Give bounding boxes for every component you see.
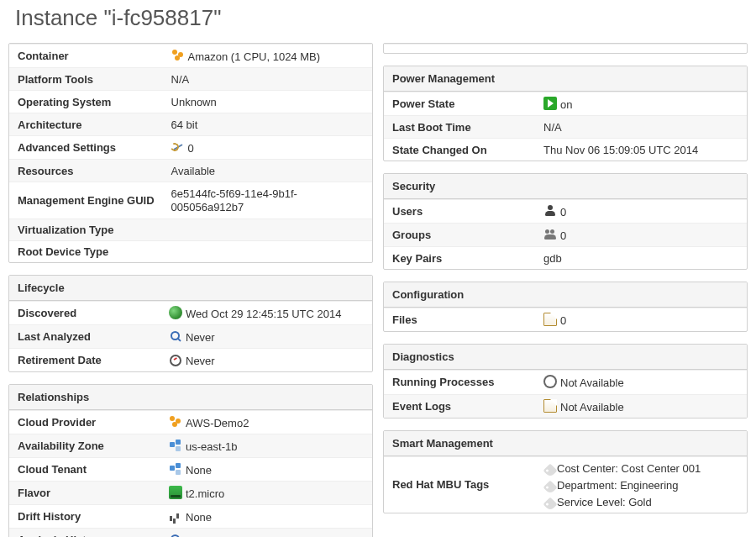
panel-diagnostics: Diagnostics Running ProcessesNot Availab… — [383, 344, 748, 418]
row-value-text: 6e5144fc-5f69-11e4-9b1f-005056a912b7 — [171, 187, 297, 213]
smart-tags-label: Red Hat MBU Tags — [384, 456, 535, 513]
row-value-text: Never — [186, 331, 215, 344]
panel-smart-management: Smart Management Red Hat MBU Tags Cost C… — [383, 430, 748, 513]
table-row: ContainerAmazon (1 CPU, 1024 MB) — [9, 45, 372, 68]
row-value-text: 0 — [560, 206, 566, 218]
row-label: Operating System — [9, 91, 163, 113]
panel-header-relationships: Relationships — [9, 385, 372, 410]
row-label: Architecture — [9, 113, 163, 136]
row-label: Power State — [384, 92, 535, 116]
relationships-table: Cloud ProviderAWS-Demo2Availability Zone… — [9, 410, 372, 537]
row-value-text: 0 — [188, 142, 194, 155]
panel-power-management: Power Management Power StateonLast Boot … — [383, 66, 748, 161]
row-label: Management Engine GUID — [9, 182, 163, 218]
tag-list: Cost Center: Cost Center 001Department: … — [543, 460, 738, 510]
diagnostics-table: Running ProcessesNot AvailableEvent Logs… — [384, 370, 747, 417]
row-value: N/A — [535, 116, 747, 139]
row-label: Discovered — [9, 301, 160, 324]
row-value: Thu Nov 06 15:09:05 UTC 2014 — [535, 139, 747, 161]
row-value-text: Not Available — [560, 377, 624, 390]
row-value: Never — [160, 348, 372, 371]
file-icon — [543, 313, 557, 326]
row-label: Retirement Date — [9, 348, 160, 371]
table-row: Availability Zoneus-east-1b — [9, 434, 372, 457]
row-label: Groups — [384, 224, 535, 247]
row-value-text: Unknown — [171, 96, 217, 108]
tag-icon — [543, 497, 558, 511]
row-value-text: Available — [171, 165, 216, 177]
aws-icon — [171, 49, 185, 62]
row-value: t2.micro — [160, 481, 372, 504]
row-value-text: Never — [186, 355, 215, 367]
panel-header-power: Power Management — [384, 66, 747, 92]
tag-text: Cost Center: Cost Center 001 — [557, 462, 701, 475]
cubes-icon — [169, 439, 182, 452]
table-row: Flavort2.micro — [9, 481, 372, 504]
row-value: us-east-1b — [160, 434, 372, 457]
table-row: State Changed OnThu Nov 06 15:09:05 UTC … — [384, 139, 747, 161]
row-value-text: gdb — [543, 252, 562, 265]
panel-lifecycle: Lifecycle DiscoveredWed Oct 29 12:45:15 … — [8, 275, 373, 372]
overview-table: ContainerAmazon (1 CPU, 1024 MB)Platform… — [9, 44, 372, 262]
panel-header-smart: Smart Management — [384, 431, 747, 456]
row-label: Analysis History — [9, 529, 160, 538]
panel-header-diagnostics: Diagnostics — [384, 345, 747, 370]
row-value: None — [160, 457, 372, 481]
row-value: Unknown — [163, 91, 372, 113]
tag-text: Service Level: Gold — [557, 496, 652, 508]
row-value-text: AWS-Demo2 — [186, 417, 249, 429]
row-value: 0 — [535, 308, 747, 332]
gear-icon — [543, 375, 557, 388]
row-value: 64 bit — [163, 113, 372, 136]
table-row: Drift HistoryNone — [9, 504, 372, 528]
row-label: Last Analyzed — [9, 324, 160, 348]
table-row: Retirement DateNever — [9, 348, 372, 371]
row-value: Not Available — [535, 371, 747, 394]
row-value — [163, 240, 372, 262]
row-value-text: None — [186, 511, 212, 524]
table-row: Last AnalyzedNever — [9, 324, 372, 348]
wrench-icon — [171, 140, 185, 154]
table-row: Platform ToolsN/A — [9, 68, 372, 91]
configuration-table: Files0 — [384, 308, 747, 331]
tag-text: Department: Engineering — [557, 479, 679, 492]
table-row: Key Pairsgdb — [384, 247, 747, 270]
power-table: Power StateonLast Boot TimeN/AState Chan… — [384, 92, 747, 161]
row-value: on — [535, 92, 747, 116]
cubes-icon — [169, 462, 182, 476]
panel-blank — [383, 43, 748, 54]
row-label: Drift History — [9, 504, 160, 528]
row-value: None — [160, 529, 372, 538]
row-label: Resources — [9, 160, 163, 182]
table-row: ResourcesAvailable — [9, 160, 372, 182]
row-value: 0 — [535, 200, 747, 224]
table-row: Virtualization Type — [9, 218, 372, 240]
table-row: Architecture64 bit — [9, 113, 372, 136]
row-value: AWS-Demo2 — [160, 410, 372, 434]
row-label: Virtualization Type — [9, 218, 163, 240]
row-label: Running Processes — [384, 371, 535, 394]
group-icon — [543, 228, 557, 241]
row-value-text: N/A — [543, 121, 562, 134]
row-value-text: Thu Nov 06 15:09:05 UTC 2014 — [543, 144, 698, 156]
table-row: Cloud TenantNone — [9, 457, 372, 481]
user-icon — [543, 204, 557, 218]
row-label: Cloud Provider — [9, 410, 160, 434]
row-value-text: None — [186, 464, 212, 476]
row-value: 0 — [163, 136, 372, 160]
aws-icon — [169, 415, 182, 429]
row-value: 6e5144fc-5f69-11e4-9b1f-005056a912b7 — [163, 182, 372, 218]
row-value: Not Available — [535, 394, 747, 418]
row-value: Never — [160, 324, 372, 348]
row-label: Flavor — [9, 481, 160, 504]
row-value-text: us-east-1b — [186, 440, 237, 453]
page-title: Instance "i-fc958817" — [15, 5, 748, 31]
table-row: Advanced Settings0 — [9, 136, 372, 160]
table-row: Operating SystemUnknown — [9, 91, 372, 113]
row-value-text: Wed Oct 29 12:45:15 UTC 2014 — [186, 308, 341, 320]
table-row: Users0 — [384, 200, 747, 224]
table-row: Analysis HistoryNone — [9, 529, 372, 538]
search-icon — [169, 533, 182, 537]
panel-relationships: Relationships Cloud ProviderAWS-Demo2Ava… — [8, 384, 373, 537]
tag-icon — [543, 463, 558, 477]
